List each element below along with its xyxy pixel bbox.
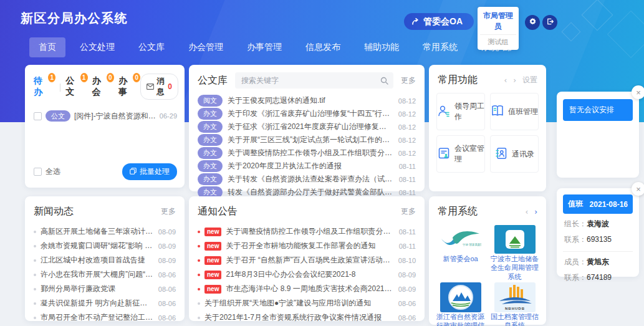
doc-date: 08-12: [398, 150, 416, 157]
bullet-dot: [34, 317, 36, 319]
tab-documents[interactable]: 公文 1: [65, 75, 87, 98]
messages-button[interactable]: 消息 0: [140, 74, 178, 100]
news-row[interactable]: 凝共识促新提升 明方向赴新征程 ——余姚市... 08-06: [25, 296, 185, 310]
tab-affairs[interactable]: 办事 0: [118, 75, 140, 98]
nav-tab-aux-functions[interactable]: 辅助功能: [355, 37, 408, 57]
notice-row[interactable]: new 关于召开 “自然新声”百人百场民生政策宣讲活动——宁波市区2021...…: [189, 253, 425, 267]
common-functions-panel: 常用功能 ‹ › 设置 领导周工作 值班管理 会议室管理: [429, 65, 546, 191]
search-icon[interactable]: [380, 76, 388, 87]
new-badge: new: [204, 285, 221, 294]
doc-date: 08-12: [398, 137, 416, 144]
nav-tab-info-publish[interactable]: 信息发布: [296, 37, 350, 57]
sys-tile-zhejiang-approval[interactable]: 浙江省自然资源行政审批管理信息系统: [435, 282, 486, 326]
bullet-dot: [198, 274, 200, 276]
doc-row[interactable]: 办文 关于开展“三区三线”划定试点第一轮试划工作的通知 08-12: [198, 133, 416, 146]
todo-panel: 待办 1 公文 1 办会 0 办事 0 消息 0 公文 [阅件]-宁波自然资源和…: [25, 65, 185, 188]
prev-arrow[interactable]: ‹: [504, 76, 507, 85]
doc-row[interactable]: 办文 关于印发《浙江省废弃矿山治理修复“十四五”行动计划》的通知 08-12: [198, 107, 416, 120]
duty-member-contact-row: 联系：674189: [563, 272, 633, 283]
doc-library-more-link[interactable]: 更多: [401, 75, 416, 86]
news-item-date: 08-09: [158, 257, 176, 264]
item-date: 06-29: [160, 112, 177, 120]
func-tile-label: 值班管理: [508, 107, 538, 117]
nav-tab-affairs-mgmt[interactable]: 办事管理: [238, 37, 291, 57]
settings-link[interactable]: 设置: [522, 75, 537, 85]
next-arrow[interactable]: ›: [513, 76, 516, 85]
news-row[interactable]: 高新区开展土地储备三年滚动计划（2022-20... 08-09: [25, 224, 185, 239]
item-checkbox[interactable]: [34, 112, 42, 120]
notice-row[interactable]: new 关于召开全市耕地功能恢复工作部署会的通知 08-11: [189, 239, 425, 253]
nav-tab-meeting-mgmt[interactable]: 办会管理: [179, 37, 233, 57]
news-more-link[interactable]: 更多: [161, 206, 176, 217]
doc-row[interactable]: 阅文 关于王俊友同志退休的通知.tif 08-12: [198, 94, 416, 107]
close-icon[interactable]: ×: [632, 85, 644, 99]
doc-date: 08-11: [399, 189, 416, 196]
notice-row[interactable]: new 市生态海洋中心 8.9 一周地质灾害技术会商2021年第22号 08-0…: [189, 282, 425, 296]
news-row[interactable]: 许小忠在我市开展“大棚房”问题“回头看”... 08-06: [25, 267, 185, 282]
todo-list-item[interactable]: 公文 [阅件]-宁波自然资源和规划简报（... 06-29: [25, 106, 185, 122]
tab-todo[interactable]: 待办 1: [34, 75, 55, 98]
news-row[interactable]: 余姚市资规窗口调研“烟花”影响 保障姚东两... 08-09: [25, 239, 185, 253]
batch-process-button[interactable]: 批量处理: [122, 163, 177, 180]
notice-item-title: 市生态海洋中心 8.9 一周地质灾害技术会商2021年第22号: [226, 284, 393, 294]
sys-tile-land-archives[interactable]: NBHUDB 国土档案管理信息系统: [489, 282, 540, 326]
doc-tag: 办文: [198, 121, 223, 132]
nav-tab-doc-library[interactable]: 公文库: [129, 37, 174, 57]
doc-title: 关于征求《浙江省2021年度废弃矿山治理修复专项督察方案（征求意见...: [228, 122, 393, 132]
common-functions-title: 常用功能: [438, 74, 478, 87]
next-arrow[interactable]: ›: [534, 208, 537, 216]
notice-item-title: 关于调整疫情防控工作领导小组及工作组职责分工方案的通知: [226, 226, 394, 237]
no-meeting-banner[interactable]: 暂无会议安排: [563, 99, 633, 121]
func-tile-contacts[interactable]: 通讯录: [490, 135, 539, 173]
func-tile-leader-week[interactable]: 领导周工作: [436, 93, 485, 130]
close-icon[interactable]: ×: [632, 182, 644, 196]
meeting-room-icon: [437, 146, 451, 162]
new-badge: new: [204, 271, 221, 279]
news-title: 新闻动态: [34, 205, 74, 218]
notice-row[interactable]: new 关于调整疫情防控工作领导小组及工作组职责分工方案的通知 08-11: [189, 224, 425, 239]
func-tile-meeting-room[interactable]: 会议室管理: [436, 135, 485, 173]
notice-item-date: 08-10: [398, 257, 416, 264]
logout-button[interactable]: [542, 15, 557, 30]
search-input[interactable]: [235, 72, 393, 89]
notice-row[interactable]: new 21年8月3日中心办公会会议纪要2021-8 08-09: [189, 267, 425, 282]
nav-tab-home[interactable]: 首页: [29, 37, 65, 57]
doc-title: 关于调整疫情防控工作领导小组及工作组职责分工方案的通知: [228, 148, 393, 158]
select-all-checkbox[interactable]: [34, 168, 42, 176]
notice-item-date: 08-09: [398, 285, 416, 293]
sys-tile-land-reserve[interactable]: 宁波市土地储备全生命周期管理系统: [489, 224, 540, 281]
common-systems-title: 常用系统: [438, 205, 478, 218]
prev-arrow[interactable]: ‹: [525, 208, 528, 216]
func-tile-label: 领导周工作: [454, 101, 484, 122]
duty-roster-card: × 值班 2021-08-16 组长：袁海波 联系：693135 成员：黄旭东 …: [557, 188, 639, 277]
user-card[interactable]: 市局管理员 测试组: [478, 7, 519, 50]
doc-row[interactable]: 办文 关于征求《浙江省2021年度废弃矿山治理修复专项督察方案（征求意见... …: [198, 120, 416, 133]
duty-title: 值班: [568, 199, 583, 209]
sys-tile-new-oa[interactable]: 宁波·国家高新区 新管委会oa: [435, 224, 486, 281]
doc-date: 08-12: [398, 123, 416, 131]
notices-more-link[interactable]: 更多: [401, 206, 416, 217]
duty-member-contact: 674189: [587, 273, 612, 282]
doc-row[interactable]: 办文 关于调整疫情防控工作领导小组及工作组职责分工方案的通知 08-12: [198, 146, 416, 160]
duty-member-row: 成员：黄旭东: [563, 257, 633, 267]
settings-button[interactable]: [525, 15, 540, 30]
news-row[interactable]: 江北区城中村改造项目首战告捷 08-09: [25, 253, 185, 267]
systems-grid: 宁波·国家高新区 新管委会oa 宁波市土地储备全生命周期管理系统 浙江省自然资源…: [429, 224, 546, 326]
notice-row[interactable]: 关于组织开展“天地图●宁波”建设与应用培训的通知 08-06: [189, 296, 425, 310]
doc-row[interactable]: 办文 关于2020年度卫片执法工作的通报 08-11: [198, 160, 416, 173]
news-row[interactable]: 鄞州分局举行廉政党课 08-06: [25, 282, 185, 296]
func-tile-duty-management[interactable]: 值班管理: [490, 93, 539, 130]
news-header: 新闻动态 更多: [25, 196, 185, 224]
function-grid: 领导周工作 值班管理 会议室管理 通讯录: [429, 93, 546, 173]
nav-tab-doc-processing[interactable]: 公文处理: [70, 37, 124, 57]
oa-portal-button[interactable]: 管委会OA: [404, 13, 474, 30]
nav-tab-common-systems[interactable]: 常用系统: [413, 37, 467, 57]
tab-meetings[interactable]: 办会 0: [92, 75, 114, 98]
news-list: 高新区开展土地储备三年滚动计划（2022-20... 08-09 余姚市资规窗口…: [25, 224, 185, 325]
news-item-title: 凝共识促新提升 明方向赴新征程 ——余姚市...: [41, 298, 154, 309]
news-row[interactable]: 市局召开全市不动产登记整治工作座谈会 08-06: [25, 310, 185, 325]
bullet-dot: [198, 302, 200, 305]
duty-leader-label: 组长：: [564, 219, 587, 228]
doc-row[interactable]: 办文 关于转发《自然资源执法查处案卷评查办法（试行）》和《自然资源... 08-…: [198, 173, 416, 186]
notice-row[interactable]: 关于2021年1-7月全市资规系统行政争议案件情况通报 08-06: [189, 310, 425, 325]
